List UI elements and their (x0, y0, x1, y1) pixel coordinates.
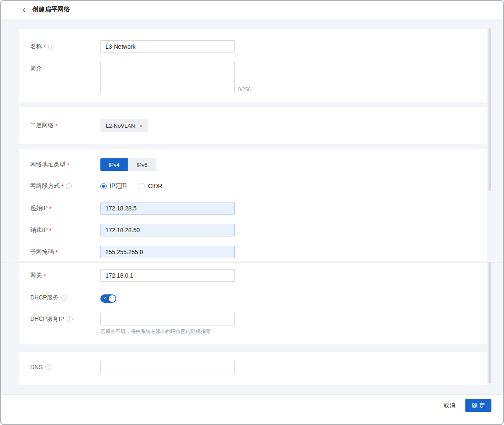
check-icon: ✓ (103, 296, 107, 300)
cancel-button[interactable]: 取消 (438, 399, 461, 412)
confirm-button[interactable]: 确 定 (465, 399, 491, 412)
dns-label-text: DNS (30, 364, 43, 370)
dhcp-ip-hint: 若留空不填，将由系统在添加的IP范围内随机指定 (100, 328, 211, 335)
start-ip-input[interactable] (100, 202, 235, 215)
radio-option-cidr[interactable]: CIDR (139, 183, 162, 189)
required-asterisk: * (61, 183, 63, 190)
card-dns (19, 352, 487, 385)
radio-label: IP范围 (110, 182, 127, 190)
dhcp-toggle-on[interactable]: ✓ (100, 294, 116, 303)
toggle-knob (109, 295, 116, 302)
gateway-label: 网关 * (30, 269, 46, 282)
info-icon[interactable]: i (61, 295, 67, 301)
l2-network-tag-label: L2-NoVLAN (106, 123, 135, 129)
dhcp-ip-label: DHCP服务IP i (30, 313, 73, 325)
name-label: 名称 * i (30, 40, 54, 53)
address-type-label: 网络地址类型 * (30, 158, 69, 171)
info-icon[interactable]: i (45, 364, 51, 370)
scrollbar-thumb-lower[interactable] (488, 262, 491, 383)
start-ip-label-text: 起始IP (30, 205, 47, 212)
required-asterisk: * (49, 205, 51, 212)
description-label: 简介 (30, 62, 42, 75)
scrollbar-thumb-upper[interactable] (488, 28, 491, 191)
dhcp-ip-label-text: DHCP服务IP (30, 315, 64, 323)
netmask-label: 子网掩码 * (30, 246, 58, 258)
l2-network-tag[interactable]: L2-NoVLAN × (100, 119, 148, 132)
ipv6-option-button[interactable]: IPv6 (128, 158, 156, 171)
card-basic-info (19, 29, 487, 102)
segment-mode-radio-group: IP范围 CIDR (100, 180, 162, 192)
gateway-label-text: 网关 (30, 272, 42, 279)
netmask-input[interactable] (100, 246, 235, 258)
required-asterisk: * (49, 227, 51, 234)
name-input[interactable] (100, 40, 235, 53)
end-ip-input[interactable] (100, 224, 235, 236)
dhcp-ip-input[interactable] (100, 313, 235, 325)
l2-network-label-text: 二层网络 (30, 122, 54, 129)
create-flat-network-dialog: ‹ 创建扁平网络 名称 * i 简介 0/256 二层网络 * L2-NoVLA… (0, 0, 504, 425)
required-asterisk: * (44, 273, 46, 279)
netmask-label-text: 子网掩码 (30, 248, 54, 256)
back-icon[interactable]: ‹ (21, 5, 27, 13)
radio-unchecked-icon (139, 183, 145, 189)
page-title: 创建扁平网络 (32, 5, 70, 13)
dhcp-label: DHCP服务 i (30, 291, 67, 304)
name-label-text: 名称 (30, 43, 42, 50)
l2-network-label: 二层网络 * (30, 119, 58, 132)
remove-tag-icon[interactable]: × (139, 123, 143, 129)
required-asterisk: * (44, 44, 46, 50)
gateway-input[interactable] (100, 269, 235, 282)
address-type-label-text: 网络地址类型 (30, 161, 66, 168)
info-icon[interactable]: i (66, 183, 72, 189)
radio-checked-icon (100, 183, 107, 189)
info-icon[interactable]: i (67, 316, 73, 322)
radio-label: CIDR (148, 183, 162, 189)
char-counter: 0/256 (238, 87, 251, 92)
end-ip-label: 结束IP * (30, 224, 52, 236)
scroll-region-divider (0, 262, 504, 262)
dhcp-label-text: DHCP服务 (30, 294, 59, 302)
segment-mode-label: 网络段方式 * i (30, 180, 72, 192)
card-network-settings-upper (19, 149, 487, 261)
description-label-text: 简介 (30, 65, 42, 72)
radio-option-ip-range[interactable]: IP范围 (100, 182, 127, 190)
dialog-header: ‹ 创建扁平网络 (0, 0, 504, 19)
dns-label: DNS i (30, 361, 51, 373)
required-asterisk: * (55, 123, 58, 129)
start-ip-label: 起始IP * (30, 202, 52, 215)
segment-mode-label-text: 网络段方式 (30, 182, 60, 190)
card-network-settings-lower (19, 263, 487, 344)
required-asterisk: * (55, 249, 58, 256)
card-l2-network (19, 108, 487, 144)
description-textarea[interactable] (100, 62, 235, 93)
end-ip-label-text: 结束IP (30, 226, 47, 234)
dialog-footer: 取消 确 定 (0, 394, 504, 425)
ipv4-option-button[interactable]: IPv4 (100, 158, 128, 171)
info-icon[interactable]: i (48, 44, 54, 50)
required-asterisk: * (67, 162, 69, 168)
dns-input[interactable] (100, 361, 235, 373)
